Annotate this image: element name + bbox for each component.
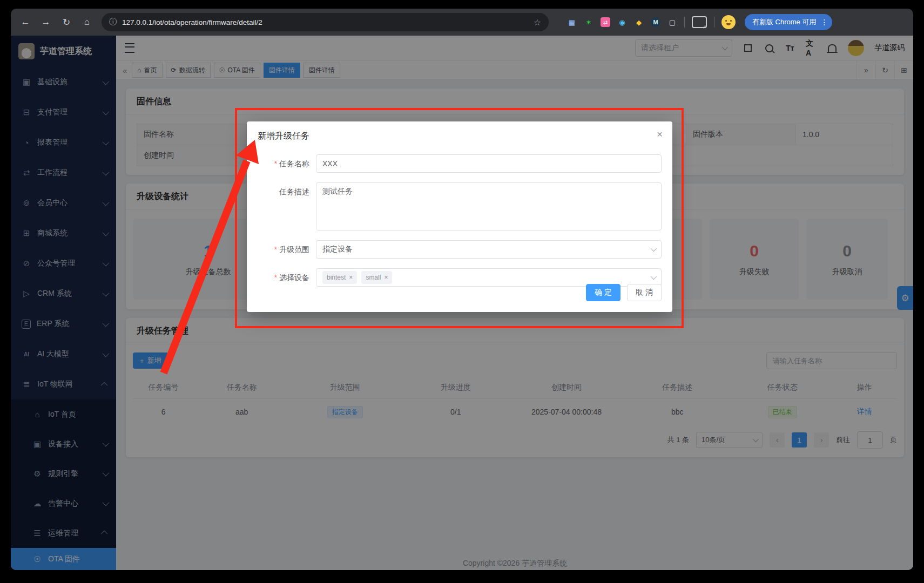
extension-icon-2[interactable]: ✶ <box>584 17 593 27</box>
task-desc-textarea[interactable]: 测试任务 <box>316 182 662 231</box>
extensions-row: ▦ ✶ ⇄ ◉ ◆ M ▢ 有新版 Chrome 可用 ⋮ <box>567 14 832 30</box>
extension-icon-7[interactable]: ▢ <box>667 17 677 27</box>
bookmark-star-icon[interactable]: ☆ <box>534 17 541 28</box>
browser-reload-icon[interactable]: ↻ <box>60 17 72 28</box>
address-bar[interactable]: ⓘ 127.0.0.1/iot/ota/operation/firmware/d… <box>102 13 549 31</box>
device-label: 选择设备 <box>258 268 316 287</box>
close-icon[interactable]: × <box>657 129 663 139</box>
confirm-button[interactable]: 确 定 <box>586 284 621 301</box>
task-name-label: 任务名称 <box>258 154 316 173</box>
cancel-button[interactable]: 取 消 <box>627 284 662 301</box>
tab-search-icon[interactable] <box>692 16 707 28</box>
modal-title: 新增升级任务 <box>258 131 662 142</box>
extension-icon-3[interactable]: ⇄ <box>601 17 610 27</box>
chrome-update-button[interactable]: 有新版 Chrome 可用 ⋮ <box>745 14 832 30</box>
modal-footer: 确 定 取 消 <box>586 284 662 301</box>
app-page: 芋道管理系统 ▣基础设施 ⊟支付管理 ◔报表管理 ⇄工作流程 ⊚会员中心 ⊞商城… <box>11 36 913 570</box>
chevron-down-icon <box>651 246 657 252</box>
extension-icon-4[interactable]: ◉ <box>617 17 627 27</box>
device-tag-bintest: bintest× <box>322 271 357 284</box>
browser-home-icon[interactable]: ⌂ <box>81 17 93 28</box>
task-name-input[interactable]: XXX <box>316 154 662 173</box>
browser-back-icon[interactable]: ← <box>19 17 31 28</box>
extension-icon-5[interactable]: ◆ <box>634 17 644 27</box>
scope-select[interactable]: 指定设备 <box>316 240 662 259</box>
chrome-update-label: 有新版 Chrome 可用 <box>752 17 816 27</box>
tag-label: small <box>366 274 381 281</box>
scope-select-value: 指定设备 <box>322 245 353 254</box>
browser-toolbar: ← → ↻ ⌂ ⓘ 127.0.0.1/iot/ota/operation/fi… <box>11 9 913 36</box>
task-desc-label: 任务描述 <box>258 182 316 231</box>
extension-icon-6[interactable]: M <box>651 17 660 27</box>
modal-form: 任务名称 XXX 任务描述 测试任务 升级范围 指定设备 选择设备 bintes… <box>258 154 662 287</box>
browser-forward-icon[interactable]: → <box>40 17 52 28</box>
toolbar-divider <box>714 17 714 28</box>
toolbar-divider <box>684 17 685 28</box>
chevron-down-icon <box>651 274 657 280</box>
browser-window: ← → ↻ ⌂ ⓘ 127.0.0.1/iot/ota/operation/fi… <box>11 9 913 570</box>
site-info-icon[interactable]: ⓘ <box>109 17 117 27</box>
remove-tag-icon[interactable]: × <box>384 274 388 281</box>
add-upgrade-task-modal: 新增升级任务 × 任务名称 XXX 任务描述 测试任务 升级范围 指定设备 选择… <box>247 121 672 312</box>
device-tag-small: small× <box>361 271 392 284</box>
tag-label: bintest <box>327 274 346 281</box>
url-text: 127.0.0.1/iot/ota/operation/firmware/det… <box>122 18 262 26</box>
browser-profile-avatar[interactable] <box>721 15 736 29</box>
scope-label: 升级范围 <box>258 240 316 259</box>
remove-tag-icon[interactable]: × <box>349 274 353 281</box>
browser-menu-icon[interactable]: ⋮ <box>820 18 828 26</box>
extension-icon-1[interactable]: ▦ <box>567 17 577 27</box>
